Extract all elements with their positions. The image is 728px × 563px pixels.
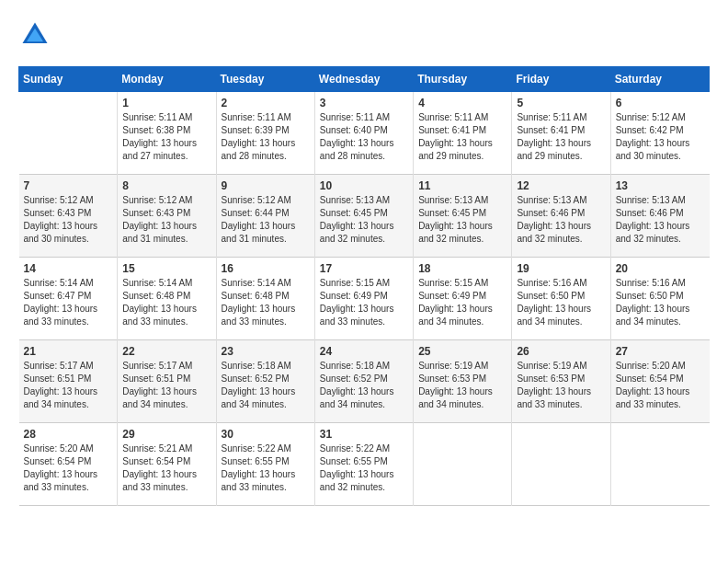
day-info: Sunrise: 5:17 AM Sunset: 6:51 PM Dayligh… bbox=[24, 360, 113, 411]
day-number: 4 bbox=[418, 97, 506, 109]
day-info: Sunrise: 5:13 AM Sunset: 6:46 PM Dayligh… bbox=[616, 194, 705, 246]
day-number: 31 bbox=[320, 428, 408, 441]
day-info: Sunrise: 5:13 AM Sunset: 6:45 PM Dayligh… bbox=[320, 194, 408, 246]
day-info: Sunrise: 5:20 AM Sunset: 6:54 PM Dayligh… bbox=[24, 442, 113, 494]
day-info: Sunrise: 5:18 AM Sunset: 6:52 PM Dayligh… bbox=[320, 360, 408, 411]
week-row-3: 14Sunrise: 5:14 AM Sunset: 6:47 PM Dayli… bbox=[19, 258, 710, 340]
day-info: Sunrise: 5:16 AM Sunset: 6:50 PM Dayligh… bbox=[616, 277, 705, 328]
day-info: Sunrise: 5:12 AM Sunset: 6:43 PM Dayligh… bbox=[24, 194, 113, 246]
day-info: Sunrise: 5:22 AM Sunset: 6:55 PM Dayligh… bbox=[222, 442, 310, 494]
day-info: Sunrise: 5:11 AM Sunset: 6:41 PM Dayligh… bbox=[517, 111, 605, 163]
day-number: 22 bbox=[122, 345, 210, 358]
day-number: 1 bbox=[122, 97, 210, 109]
day-info: Sunrise: 5:11 AM Sunset: 6:41 PM Dayligh… bbox=[418, 111, 506, 163]
logo bbox=[18, 18, 55, 52]
week-row-5: 28Sunrise: 5:20 AM Sunset: 6:54 PM Dayli… bbox=[19, 423, 710, 506]
calendar-cell: 29Sunrise: 5:21 AM Sunset: 6:54 PM Dayli… bbox=[118, 423, 216, 506]
calendar-cell bbox=[19, 92, 118, 175]
weekday-header-wednesday: Wednesday bbox=[314, 67, 413, 92]
day-info: Sunrise: 5:12 AM Sunset: 6:42 PM Dayligh… bbox=[616, 111, 705, 163]
day-info: Sunrise: 5:11 AM Sunset: 6:38 PM Dayligh… bbox=[122, 111, 210, 163]
calendar-cell: 2Sunrise: 5:11 AM Sunset: 6:39 PM Daylig… bbox=[216, 92, 314, 175]
calendar-cell: 27Sunrise: 5:20 AM Sunset: 6:54 PM Dayli… bbox=[610, 340, 709, 423]
calendar-cell: 19Sunrise: 5:16 AM Sunset: 6:50 PM Dayli… bbox=[512, 258, 610, 340]
calendar-cell: 5Sunrise: 5:11 AM Sunset: 6:41 PM Daylig… bbox=[512, 92, 610, 175]
calendar-cell: 20Sunrise: 5:16 AM Sunset: 6:50 PM Dayli… bbox=[610, 258, 709, 340]
weekday-header-monday: Monday bbox=[118, 67, 216, 92]
calendar-cell: 12Sunrise: 5:13 AM Sunset: 6:46 PM Dayli… bbox=[512, 175, 610, 258]
weekday-header-saturday: Saturday bbox=[610, 67, 709, 92]
calendar-cell: 6Sunrise: 5:12 AM Sunset: 6:42 PM Daylig… bbox=[610, 92, 709, 175]
day-number: 3 bbox=[320, 97, 408, 109]
day-info: Sunrise: 5:16 AM Sunset: 6:50 PM Dayligh… bbox=[517, 277, 605, 328]
day-number: 14 bbox=[24, 262, 113, 275]
day-number: 8 bbox=[122, 179, 210, 192]
calendar-cell: 16Sunrise: 5:14 AM Sunset: 6:48 PM Dayli… bbox=[216, 258, 314, 340]
day-info: Sunrise: 5:14 AM Sunset: 6:48 PM Dayligh… bbox=[222, 277, 310, 328]
calendar-cell: 26Sunrise: 5:19 AM Sunset: 6:53 PM Dayli… bbox=[512, 340, 610, 423]
day-number: 6 bbox=[616, 97, 705, 109]
week-row-4: 21Sunrise: 5:17 AM Sunset: 6:51 PM Dayli… bbox=[19, 340, 710, 423]
calendar-cell: 21Sunrise: 5:17 AM Sunset: 6:51 PM Dayli… bbox=[19, 340, 118, 423]
calendar-cell: 10Sunrise: 5:13 AM Sunset: 6:45 PM Dayli… bbox=[314, 175, 413, 258]
calendar-cell: 4Sunrise: 5:11 AM Sunset: 6:41 PM Daylig… bbox=[414, 92, 512, 175]
day-number: 21 bbox=[24, 345, 113, 358]
calendar-cell: 1Sunrise: 5:11 AM Sunset: 6:38 PM Daylig… bbox=[118, 92, 216, 175]
week-row-2: 7Sunrise: 5:12 AM Sunset: 6:43 PM Daylig… bbox=[19, 175, 710, 258]
day-info: Sunrise: 5:19 AM Sunset: 6:53 PM Dayligh… bbox=[418, 360, 506, 411]
calendar-cell: 23Sunrise: 5:18 AM Sunset: 6:52 PM Dayli… bbox=[216, 340, 314, 423]
day-number: 18 bbox=[418, 262, 506, 275]
day-info: Sunrise: 5:21 AM Sunset: 6:54 PM Dayligh… bbox=[122, 442, 210, 494]
day-info: Sunrise: 5:11 AM Sunset: 6:40 PM Dayligh… bbox=[320, 111, 408, 163]
calendar-cell: 7Sunrise: 5:12 AM Sunset: 6:43 PM Daylig… bbox=[19, 175, 118, 258]
day-number: 20 bbox=[616, 262, 705, 275]
day-number: 24 bbox=[320, 345, 408, 358]
calendar-cell: 30Sunrise: 5:22 AM Sunset: 6:55 PM Dayli… bbox=[216, 423, 314, 506]
calendar-cell: 25Sunrise: 5:19 AM Sunset: 6:53 PM Dayli… bbox=[414, 340, 512, 423]
calendar-cell: 14Sunrise: 5:14 AM Sunset: 6:47 PM Dayli… bbox=[19, 258, 118, 340]
day-number: 15 bbox=[122, 262, 210, 275]
day-number: 2 bbox=[222, 97, 310, 109]
day-number: 13 bbox=[616, 179, 705, 192]
day-number: 9 bbox=[222, 179, 310, 192]
calendar-cell: 8Sunrise: 5:12 AM Sunset: 6:43 PM Daylig… bbox=[118, 175, 216, 258]
calendar-cell: 22Sunrise: 5:17 AM Sunset: 6:51 PM Dayli… bbox=[118, 340, 216, 423]
day-number: 5 bbox=[517, 97, 605, 109]
weekday-header-thursday: Thursday bbox=[414, 67, 512, 92]
weekday-header-sunday: Sunday bbox=[19, 67, 118, 92]
calendar-cell: 9Sunrise: 5:12 AM Sunset: 6:44 PM Daylig… bbox=[216, 175, 314, 258]
day-info: Sunrise: 5:17 AM Sunset: 6:51 PM Dayligh… bbox=[122, 360, 210, 411]
day-number: 16 bbox=[222, 262, 310, 275]
calendar-cell: 11Sunrise: 5:13 AM Sunset: 6:45 PM Dayli… bbox=[414, 175, 512, 258]
day-number: 30 bbox=[222, 428, 310, 441]
day-info: Sunrise: 5:13 AM Sunset: 6:46 PM Dayligh… bbox=[517, 194, 605, 246]
day-info: Sunrise: 5:14 AM Sunset: 6:47 PM Dayligh… bbox=[24, 277, 113, 328]
weekday-header-tuesday: Tuesday bbox=[216, 67, 314, 92]
day-info: Sunrise: 5:15 AM Sunset: 6:49 PM Dayligh… bbox=[320, 277, 408, 328]
day-number: 26 bbox=[517, 345, 605, 358]
day-info: Sunrise: 5:12 AM Sunset: 6:44 PM Dayligh… bbox=[222, 194, 310, 246]
weekday-header-friday: Friday bbox=[512, 67, 610, 92]
day-info: Sunrise: 5:20 AM Sunset: 6:54 PM Dayligh… bbox=[616, 360, 705, 411]
calendar-cell: 31Sunrise: 5:22 AM Sunset: 6:55 PM Dayli… bbox=[314, 423, 413, 506]
day-number: 11 bbox=[418, 179, 506, 192]
day-number: 12 bbox=[517, 179, 605, 192]
day-info: Sunrise: 5:15 AM Sunset: 6:49 PM Dayligh… bbox=[418, 277, 506, 328]
day-info: Sunrise: 5:14 AM Sunset: 6:48 PM Dayligh… bbox=[122, 277, 210, 328]
day-number: 17 bbox=[320, 262, 408, 275]
calendar-cell: 24Sunrise: 5:18 AM Sunset: 6:52 PM Dayli… bbox=[314, 340, 413, 423]
day-number: 29 bbox=[122, 428, 210, 441]
calendar-cell: 3Sunrise: 5:11 AM Sunset: 6:40 PM Daylig… bbox=[314, 92, 413, 175]
day-number: 23 bbox=[222, 345, 310, 358]
day-number: 27 bbox=[616, 345, 705, 358]
calendar-cell bbox=[414, 423, 512, 506]
day-number: 28 bbox=[24, 428, 113, 441]
calendar-cell: 13Sunrise: 5:13 AM Sunset: 6:46 PM Dayli… bbox=[610, 175, 709, 258]
weekday-header-row: SundayMondayTuesdayWednesdayThursdayFrid… bbox=[19, 67, 710, 92]
day-info: Sunrise: 5:11 AM Sunset: 6:39 PM Dayligh… bbox=[222, 111, 310, 163]
day-info: Sunrise: 5:12 AM Sunset: 6:43 PM Dayligh… bbox=[122, 194, 210, 246]
week-row-1: 1Sunrise: 5:11 AM Sunset: 6:38 PM Daylig… bbox=[19, 92, 710, 175]
logo-icon bbox=[18, 18, 51, 52]
page-header bbox=[18, 18, 710, 52]
day-number: 7 bbox=[24, 179, 113, 192]
